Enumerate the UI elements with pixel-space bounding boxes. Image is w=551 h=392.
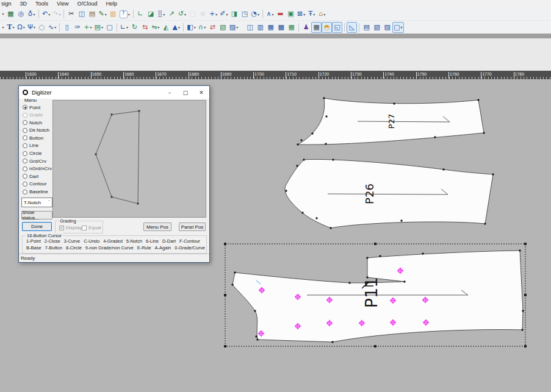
rotate-point-icon[interactable]: ↺▾ bbox=[177, 9, 187, 20]
outline-point[interactable] bbox=[296, 165, 298, 166]
outline-point[interactable] bbox=[403, 280, 405, 282]
outline-point[interactable] bbox=[521, 329, 523, 330]
paste-icon[interactable]: ▤ bbox=[87, 9, 97, 20]
dropdown-caret-icon[interactable]: ▾ bbox=[23, 25, 25, 29]
fold-icon[interactable]: ▲▾ bbox=[171, 22, 181, 33]
outline-point[interactable] bbox=[303, 159, 304, 160]
columns-window-icon[interactable]: ▥ bbox=[255, 22, 265, 33]
outline-point[interactable] bbox=[315, 217, 317, 219]
edit-piece-icon[interactable]: ✎▾ bbox=[97, 9, 107, 20]
radio-circle[interactable] bbox=[23, 159, 27, 163]
flip-horizontal-icon[interactable]: ⇋▾ bbox=[150, 22, 160, 33]
unlink-disabled-icon[interactable]: ⊗ bbox=[198, 9, 208, 20]
toggle-piece-icon[interactable]: ◪ bbox=[146, 9, 156, 20]
insert-point-icon[interactable]: +▾ bbox=[82, 22, 93, 33]
dropdown-caret-icon[interactable]: ▾ bbox=[163, 12, 165, 16]
dropdown-caret-icon[interactable]: ▾ bbox=[126, 25, 128, 29]
radio-circle[interactable] bbox=[23, 113, 27, 118]
outline-point[interactable] bbox=[366, 276, 368, 278]
dropdown-caret-icon[interactable]: ▾ bbox=[303, 12, 305, 16]
outline-point[interactable] bbox=[393, 102, 395, 104]
radio-ngrd-ncrv[interactable]: nGrd/nCrv bbox=[23, 166, 52, 171]
excel-export-icon[interactable]: ▦ bbox=[5, 9, 16, 20]
dropdown-caret-icon[interactable]: ▾ bbox=[215, 12, 217, 16]
dropdown-caret-icon[interactable]: ▾ bbox=[194, 25, 196, 29]
help-icon[interactable]: ?▾ bbox=[118, 9, 131, 20]
radio-circle[interactable] bbox=[23, 105, 27, 110]
done-button[interactable]: Done bbox=[22, 222, 52, 231]
display-checkbox-box[interactable]: ✓ bbox=[59, 226, 64, 230]
outline-point[interactable] bbox=[366, 257, 368, 258]
piece-style-4-icon[interactable]: ▢▾ bbox=[392, 22, 403, 33]
sync-cloud-icon[interactable]: ◔▾ bbox=[250, 9, 261, 20]
menu-pos-button[interactable]: Menu Pos bbox=[143, 223, 171, 231]
outline-point[interactable] bbox=[519, 249, 520, 251]
radio-grd-crv[interactable]: Grd/Crv bbox=[23, 159, 52, 163]
export-piece-icon[interactable]: ◳ bbox=[239, 9, 250, 20]
radio-circle[interactable]: Circle bbox=[23, 151, 52, 156]
radio-point[interactable]: Point bbox=[23, 105, 52, 110]
outline-point[interactable] bbox=[400, 219, 402, 221]
dart-tool-icon[interactable]: ∩▾ bbox=[197, 22, 207, 33]
outline-point[interactable] bbox=[492, 173, 494, 175]
dropdown-caret-icon[interactable]: ▾ bbox=[105, 12, 107, 16]
dropdown-caret-icon[interactable]: ▾ bbox=[272, 12, 274, 16]
dropdown-caret-icon[interactable]: ▾ bbox=[178, 25, 180, 29]
outline-point[interactable] bbox=[484, 223, 486, 224]
outline-point[interactable] bbox=[285, 190, 287, 191]
color-fill-icon[interactable]: ◓ bbox=[322, 22, 332, 33]
equal-checkbox[interactable]: Equal bbox=[82, 225, 101, 230]
outline-point[interactable] bbox=[301, 212, 303, 213]
dropdown-caret-icon[interactable]: ▾ bbox=[184, 12, 186, 16]
radio-circle[interactable] bbox=[23, 174, 27, 179]
menu-item-help[interactable]: Help bbox=[101, 0, 121, 8]
corner-tool-icon[interactable]: ∟▾ bbox=[119, 22, 129, 33]
marquee-handle[interactable] bbox=[224, 294, 226, 296]
radio-circle[interactable] bbox=[23, 135, 27, 140]
ruler-icon[interactable]: ▬ bbox=[275, 9, 286, 20]
outline-point[interactable] bbox=[331, 341, 333, 343]
dropdown-caret-icon[interactable]: ▾ bbox=[128, 12, 130, 16]
piece-style-1-icon[interactable]: ▤ bbox=[361, 22, 372, 33]
marquee-handle[interactable] bbox=[224, 243, 226, 245]
dropdown-caret-icon[interactable]: ▾ bbox=[226, 12, 228, 16]
outline-point[interactable] bbox=[330, 227, 331, 229]
equal-checkbox-box[interactable] bbox=[82, 226, 87, 230]
selection-box-icon[interactable]: ▢ bbox=[104, 22, 115, 33]
dropdown-caret-icon[interactable]: ▾ bbox=[34, 12, 35, 16]
table-window-icon[interactable]: ▩ bbox=[276, 22, 286, 33]
split-window-icon[interactable]: ◫ bbox=[245, 22, 255, 33]
outline-point[interactable] bbox=[477, 99, 479, 101]
outline-point[interactable] bbox=[231, 283, 233, 285]
display-checkbox[interactable]: ✓ Display bbox=[59, 225, 82, 230]
piece-style-3-icon[interactable]: ▨ bbox=[382, 22, 392, 33]
notch-type-select[interactable]: T-Notch ˅ bbox=[21, 198, 52, 207]
outline-point[interactable] bbox=[297, 143, 298, 145]
outline-point[interactable] bbox=[255, 335, 257, 337]
outline-point[interactable] bbox=[379, 255, 381, 257]
redo-icon[interactable]: ↷▾ bbox=[51, 9, 62, 20]
marquee-handle[interactable] bbox=[524, 294, 527, 296]
outline-point[interactable] bbox=[325, 115, 327, 117]
seam-tool-icon[interactable]: Ω▾ bbox=[16, 22, 26, 33]
dropdown-caret-icon[interactable]: ▾ bbox=[13, 25, 15, 29]
set-square-icon[interactable]: ◺ bbox=[347, 22, 357, 33]
merge-pieces-icon[interactable]: ▤▾ bbox=[93, 22, 104, 33]
curve-wave-icon[interactable]: ∿▾ bbox=[47, 22, 57, 33]
radio-notch[interactable]: Notch bbox=[23, 120, 52, 125]
toolbar2-overflow-caret[interactable]: ▾ bbox=[1, 22, 5, 33]
menu-item-tools[interactable]: Tools bbox=[31, 0, 52, 8]
move-point-icon[interactable]: ↗ bbox=[167, 9, 177, 20]
zoom-icon[interactable]: ♁▾ bbox=[26, 9, 37, 20]
zoom-edit-icon[interactable]: ◎ bbox=[16, 9, 26, 20]
piece-style-2-icon[interactable]: ▧ bbox=[372, 22, 382, 33]
ink-pen-icon[interactable]: ✑ bbox=[72, 22, 82, 33]
dropdown-caret-icon[interactable]: ▾ bbox=[157, 25, 159, 29]
add-point-icon[interactable]: +▾ bbox=[208, 9, 218, 20]
outline-point[interactable] bbox=[442, 168, 444, 170]
dropdown-caret-icon[interactable]: ▾ bbox=[59, 12, 60, 16]
undo-icon[interactable]: ↶▾ bbox=[41, 9, 51, 20]
skew-piece-icon[interactable]: ◭ bbox=[160, 22, 171, 33]
piece-refresh-icon[interactable]: ▧ bbox=[218, 22, 228, 33]
marquee-handle[interactable] bbox=[524, 243, 527, 245]
